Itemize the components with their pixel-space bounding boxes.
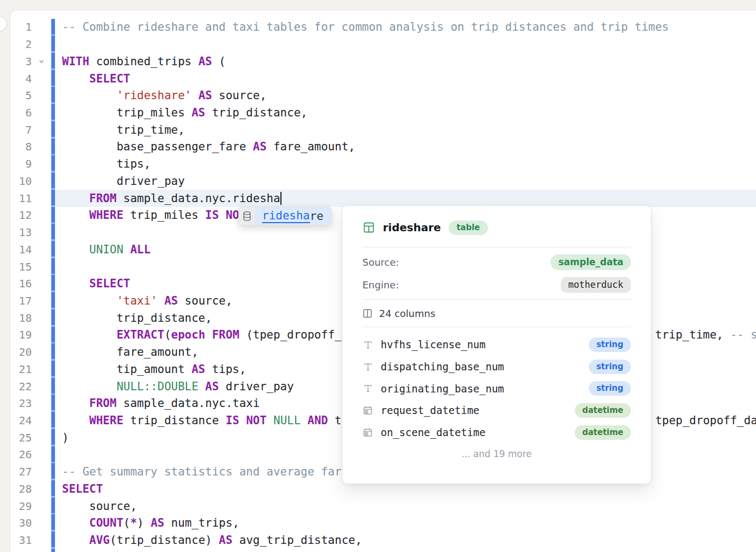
line-number[interactable]: 16 xyxy=(10,277,32,290)
table-icon xyxy=(362,221,375,234)
fold-gutter xyxy=(32,361,51,378)
code-line[interactable]: 2 xyxy=(10,36,756,53)
code-line[interactable]: 4 SELECT xyxy=(10,70,756,87)
code-text[interactable]: tips, xyxy=(55,155,756,172)
code-token xyxy=(301,414,308,427)
line-number[interactable]: 30 xyxy=(10,516,32,529)
line-number[interactable]: 2 xyxy=(10,38,32,51)
line-number[interactable]: 20 xyxy=(10,346,32,358)
sidebar-collapse-handle[interactable] xyxy=(0,16,7,32)
code-text[interactable]: base_passenger_fare AS fare_amount, xyxy=(55,139,756,156)
code-line[interactable]: 1-- Combine rideshare and taxi tables fo… xyxy=(10,19,756,36)
line-number[interactable]: 26 xyxy=(10,448,32,461)
code-token xyxy=(205,328,212,341)
line-number[interactable]: 5 xyxy=(10,89,32,102)
code-text[interactable]: AVG(trip_time) AS avg_trip_time, xyxy=(55,549,756,552)
code-token: FROM xyxy=(90,192,117,205)
change-indicator-bar xyxy=(51,361,55,378)
code-line[interactable]: 3 WITH combined_trips AS ( xyxy=(10,53,756,70)
info-label: Engine: xyxy=(362,279,399,291)
line-number[interactable]: 29 xyxy=(10,500,32,513)
change-indicator-bar xyxy=(51,104,55,121)
line-number[interactable]: 23 xyxy=(10,397,32,410)
line-number[interactable]: 3 xyxy=(10,55,32,68)
code-text[interactable]: FROM sample_data.nyc.ridesha xyxy=(55,190,756,207)
code-token: 'taxi' xyxy=(116,294,157,307)
line-number[interactable]: 6 xyxy=(10,106,32,119)
code-token: base_passenger_fare xyxy=(62,140,253,153)
line-number[interactable]: 4 xyxy=(10,72,32,85)
line-number[interactable]: 14 xyxy=(10,243,32,256)
code-token: avg_trip_distance, xyxy=(232,534,362,547)
change-indicator-bar xyxy=(51,224,55,241)
autocomplete-item-rideshare[interactable]: rideshare xyxy=(255,207,331,225)
code-token: ( xyxy=(123,516,130,529)
code-text[interactable]: 'rideshare' AS source, xyxy=(55,87,756,104)
code-line[interactable]: 31 AVG(trip_distance) AS avg_trip_distan… xyxy=(10,532,756,549)
line-number[interactable]: 22 xyxy=(10,380,32,393)
code-text[interactable]: WITH combined_trips AS ( xyxy=(55,53,756,70)
code-line[interactable]: 5 'rideshare' AS source, xyxy=(10,87,756,104)
line-number[interactable]: 11 xyxy=(10,192,32,205)
code-line[interactable]: 10 driver_pay xyxy=(10,172,756,190)
code-text[interactable]: AVG(trip_distance) AS avg_trip_distance, xyxy=(55,532,756,549)
line-number[interactable]: 13 xyxy=(10,226,32,239)
line-number[interactable]: 8 xyxy=(10,140,32,153)
line-number[interactable]: 17 xyxy=(10,294,32,307)
line-number[interactable]: 27 xyxy=(10,465,32,478)
code-token: -- seconds xyxy=(730,328,756,341)
fold-gutter xyxy=(32,309,51,327)
code-text[interactable]: trip_time, xyxy=(55,121,756,139)
info-value-badge: sample_data xyxy=(551,254,631,270)
code-token: IS xyxy=(205,209,219,222)
line-number[interactable]: 18 xyxy=(10,312,32,325)
change-indicator-bar xyxy=(51,87,55,104)
code-text[interactable]: COUNT(*) AS num_trips, xyxy=(55,514,756,532)
line-number[interactable]: 10 xyxy=(10,175,32,188)
code-token: AS xyxy=(219,534,232,547)
line-number[interactable]: 28 xyxy=(10,482,32,495)
line-number[interactable]: 31 xyxy=(10,534,32,547)
code-line[interactable]: 32 AVG(trip_time) AS avg_trip_time, xyxy=(10,549,756,552)
info-value-badge: motherduck xyxy=(561,277,631,293)
code-token: FROM xyxy=(90,397,117,410)
change-indicator-bar xyxy=(51,172,55,190)
change-indicator-bar xyxy=(51,139,55,156)
line-number[interactable]: 24 xyxy=(10,414,32,427)
column-name: on_scene_datetime xyxy=(381,426,485,438)
line-number[interactable]: 7 xyxy=(10,123,32,136)
column-row: originating_base_numstring xyxy=(362,377,631,399)
line-number[interactable]: 25 xyxy=(10,431,32,444)
code-line[interactable]: 9 tips, xyxy=(10,155,756,172)
code-line[interactable]: 11 FROM sample_data.nyc.ridesha xyxy=(10,190,756,207)
code-text[interactable]: trip_miles AS trip_distance, xyxy=(55,104,756,121)
code-text[interactable]: source, xyxy=(55,498,756,515)
line-number[interactable]: 19 xyxy=(10,328,32,341)
code-line[interactable]: 29 source, xyxy=(10,498,756,515)
change-indicator-bar xyxy=(51,532,55,549)
line-number[interactable]: 9 xyxy=(10,157,32,170)
code-token: ( xyxy=(212,55,225,68)
line-number[interactable]: 21 xyxy=(10,363,32,376)
line-number[interactable]: 12 xyxy=(10,209,32,222)
change-indicator-bar xyxy=(51,19,55,36)
line-number[interactable]: 1 xyxy=(10,20,32,33)
code-line[interactable]: 6 trip_miles AS trip_distance, xyxy=(10,104,756,121)
code-line[interactable]: 7 trip_time, xyxy=(10,121,756,139)
fold-gutter xyxy=(32,343,51,361)
fold-gutter xyxy=(32,224,51,241)
column-row: dispatching_base_numstring xyxy=(362,356,631,378)
code-line[interactable]: 30 COUNT(*) AS num_trips, xyxy=(10,514,756,532)
database-icon xyxy=(239,207,255,225)
code-token: AS xyxy=(164,294,178,307)
line-number[interactable]: 15 xyxy=(10,260,32,273)
fold-toggle[interactable] xyxy=(32,53,51,70)
change-indicator-bar xyxy=(51,480,55,498)
code-text[interactable]: driver_pay xyxy=(55,172,756,190)
code-text[interactable] xyxy=(55,36,756,53)
code-line[interactable]: 8 base_passenger_fare AS fare_amount, xyxy=(10,139,756,156)
column-row: on_scene_datetimedatetime xyxy=(362,422,631,444)
code-token xyxy=(62,89,116,102)
code-text[interactable]: -- Combine rideshare and taxi tables for… xyxy=(55,19,756,36)
code-text[interactable]: SELECT xyxy=(55,70,756,87)
